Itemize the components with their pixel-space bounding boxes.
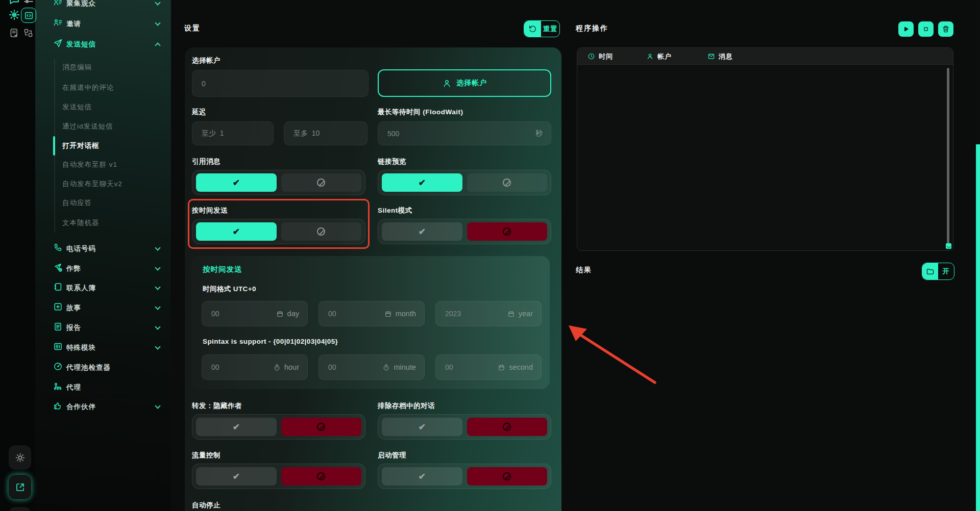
enable-button[interactable]: ✔ — [382, 173, 462, 192]
enable-button[interactable]: ✔ — [382, 467, 462, 486]
chevron-down-icon — [155, 324, 160, 329]
toggle-group: ✔ — [378, 414, 551, 440]
table-scrollbar[interactable] — [947, 68, 949, 245]
open-results-button[interactable]: 开 — [922, 263, 954, 280]
disable-button[interactable] — [281, 467, 362, 486]
check-icon: ✔ — [419, 178, 426, 187]
send-icon — [53, 38, 63, 48]
delay-min-input[interactable]: 至少 1 — [192, 121, 274, 145]
external-link-button[interactable] — [9, 475, 31, 499]
sidebar-item[interactable]: 合作伙伴 — [35, 399, 171, 415]
enable-button[interactable]: ✔ — [196, 173, 277, 192]
table-resize-grip[interactable] — [946, 243, 951, 249]
delete-button[interactable] — [938, 21, 953, 37]
floodwait-input[interactable]: 500 秒 — [378, 121, 551, 145]
start-button[interactable] — [898, 21, 914, 37]
check-icon: ✔ — [233, 423, 240, 431]
column-header[interactable]: 时间 — [587, 48, 613, 65]
sidebar-item[interactable]: 特殊模块 — [35, 340, 171, 355]
sidebar-item[interactable]: 代理池检查器 — [35, 360, 171, 375]
results-label: 结果 — [576, 266, 592, 275]
sidebar-item[interactable]: 发送短信 — [35, 37, 171, 52]
account-input[interactable]: 0 — [192, 70, 369, 97]
hour-input[interactable]: 00hour — [202, 354, 308, 380]
second-input[interactable]: 00second — [435, 354, 542, 380]
app-window: 聚集观众邀请发送短信消息编辑在频道中的评论发送短信通过id发送短信打开对话框自动… — [0, 0, 980, 511]
sidebar-subitem[interactable]: 消息编辑 — [62, 61, 92, 74]
chat-icon[interactable] — [8, 0, 20, 6]
gear-icon — [15, 452, 26, 463]
toggle-label: 链接预览 — [378, 157, 551, 165]
check-icon: ✔ — [419, 423, 426, 431]
check-icon: ✔ — [233, 178, 240, 187]
sidebar-item[interactable]: 代理 — [35, 380, 171, 395]
plus-square-icon — [53, 302, 63, 312]
page-scrollbar-thumb[interactable] — [976, 144, 980, 511]
partial-rail-button[interactable] — [9, 507, 31, 511]
sidebar-item[interactable]: 联系人簿 — [35, 280, 171, 296]
disable-button[interactable] — [281, 418, 362, 436]
disable-button[interactable] — [467, 222, 548, 241]
disable-button[interactable] — [281, 222, 362, 241]
icon-rail — [0, 0, 35, 511]
year-input[interactable]: 2023year — [435, 301, 542, 326]
sidebar-subitem[interactable]: 自动发布至聊天v2 — [62, 177, 122, 191]
sidebar-subitem[interactable]: 在频道中的评论 — [62, 81, 114, 94]
minute-input[interactable]: 00minute — [318, 354, 425, 380]
chevron-down-icon — [155, 344, 160, 349]
column-header[interactable]: 帐户 — [646, 48, 672, 65]
modules-icon — [53, 342, 63, 351]
enable-button[interactable]: ✔ — [382, 418, 462, 436]
sidebar-subitem[interactable]: 通过id发送短信 — [62, 120, 113, 133]
floodwait-label: 最长等待时间 (FloodWait) — [378, 108, 463, 117]
bot-gear-icon[interactable] — [8, 9, 20, 21]
operations-table: 时间帐户消息 — [577, 47, 953, 251]
sidebar-item[interactable]: 聚集观众 — [35, 0, 171, 11]
sidebar-subitem[interactable]: 自动应答 — [62, 196, 92, 210]
prohibit-icon — [503, 227, 511, 236]
select-account-button[interactable]: 选择帐户 — [378, 69, 551, 97]
code-window-button[interactable] — [21, 8, 36, 23]
sliders-icon[interactable] — [22, 0, 35, 6]
sidebar-subitem[interactable]: 发送短信 — [62, 100, 92, 114]
doc-check-icon[interactable] — [9, 28, 19, 38]
toggle-group: ✔ — [192, 219, 365, 244]
toggle-group: ✔ — [192, 464, 365, 489]
column-header[interactable]: 消息 — [707, 48, 733, 65]
check-icon: ✔ — [233, 227, 240, 236]
disable-button[interactable] — [467, 173, 548, 192]
page-title: 设置 — [184, 24, 201, 33]
day-input[interactable]: 00day — [202, 301, 308, 326]
disable-button[interactable] — [467, 418, 548, 436]
trash-icon — [942, 25, 950, 33]
delay-max-input[interactable]: 至多 10 — [284, 121, 368, 145]
folder-icon — [922, 263, 938, 279]
sidebar-subitem[interactable]: 打开对话框 — [62, 139, 100, 152]
sidebar-item[interactable]: 电话号码 — [35, 241, 171, 257]
sidebar-item[interactable]: 邀请 — [35, 16, 171, 32]
toggle-label: Silent模式 — [378, 206, 551, 214]
enable-button[interactable]: ✔ — [382, 222, 462, 241]
reset-button[interactable]: 重置 — [524, 20, 560, 37]
month-input[interactable]: 00month — [318, 301, 425, 326]
settings-rail-button[interactable] — [9, 445, 31, 470]
toggle-group: ✔ — [378, 170, 551, 195]
swap-icon[interactable] — [23, 28, 34, 38]
toggle-label: 流量控制 — [192, 451, 365, 459]
sidebar-subitem[interactable]: 自动发布至群 v1 — [62, 158, 117, 171]
chevron-down-icon — [155, 304, 160, 310]
toggle-group: ✔ — [378, 219, 551, 244]
sidebar-item[interactable]: 报告 — [35, 320, 171, 336]
clock-icon — [587, 53, 595, 60]
sidebar-item[interactable]: 作弊 — [35, 261, 171, 276]
enable-button[interactable]: ✔ — [196, 467, 277, 486]
sidebar-item[interactable]: 故事 — [35, 300, 171, 316]
disable-button[interactable] — [467, 467, 548, 486]
disable-button[interactable] — [281, 173, 362, 192]
enable-button[interactable]: ✔ — [196, 418, 277, 436]
sidebar-subitem[interactable]: 文本随机器 — [62, 216, 100, 229]
gauge-icon — [53, 362, 63, 371]
code-window-icon — [24, 11, 34, 20]
enable-button[interactable]: ✔ — [196, 222, 277, 241]
stop-button[interactable] — [918, 21, 934, 37]
